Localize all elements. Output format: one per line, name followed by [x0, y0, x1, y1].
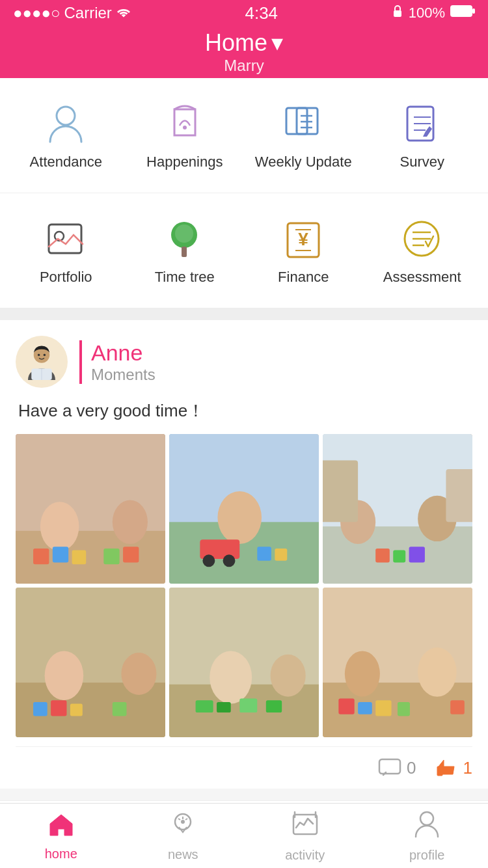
photo-6[interactable] [323, 588, 472, 737]
portfolio-icon [42, 215, 89, 262]
assessment-label: Assessment [383, 269, 461, 286]
news-icon [169, 810, 197, 843]
svg-rect-55 [323, 461, 358, 522]
svg-rect-37 [33, 549, 49, 564]
header-subtitle: Marry [224, 57, 264, 75]
svg-point-46 [202, 554, 215, 567]
weekly-update-icon [280, 100, 327, 147]
carrier-label: Carrier [64, 4, 111, 22]
menu-grid-row2: Portfolio Time tree ¥ Finance [0, 193, 488, 308]
svg-point-77 [345, 651, 380, 696]
svg-rect-71 [196, 700, 213, 712]
svg-point-29 [38, 354, 40, 357]
svg-rect-41 [123, 547, 139, 562]
like-action[interactable]: 1 [436, 757, 472, 778]
svg-point-3 [57, 107, 75, 125]
finance-icon: ¥ [280, 215, 327, 262]
menu-item-attendance[interactable]: Attendance [7, 91, 126, 180]
wifi-icon [116, 4, 131, 22]
svg-rect-17 [182, 247, 187, 257]
svg-rect-73 [239, 698, 257, 712]
menu-item-portfolio[interactable]: Portfolio [7, 206, 126, 295]
time-tree-label: Time tree [155, 269, 215, 286]
post-1-avatar [16, 336, 68, 388]
photo-2[interactable] [169, 434, 319, 584]
menu-item-assessment[interactable]: Assessment [363, 206, 482, 295]
svg-point-93 [181, 820, 185, 824]
weekly-update-label: Weekly Update [255, 154, 352, 170]
svg-rect-54 [446, 469, 472, 522]
signal-carrier: ●●●●○ Carrier [13, 4, 131, 22]
svg-line-96 [185, 819, 187, 820]
nav-item-activity[interactable]: activity [244, 804, 366, 868]
svg-point-30 [44, 354, 46, 357]
svg-point-35 [40, 502, 79, 551]
svg-rect-0 [394, 10, 401, 17]
nav-item-news[interactable]: news [122, 804, 245, 868]
time-tree-icon [161, 215, 208, 262]
survey-icon [399, 100, 446, 147]
signal-dots: ●●●●○ [13, 4, 60, 22]
post-1-type: Moments [91, 366, 156, 384]
profile-nav-label: profile [409, 848, 444, 863]
status-time: 4:34 [245, 3, 278, 23]
svg-rect-72 [217, 702, 231, 712]
menu-item-happenings[interactable]: Happenings [126, 91, 245, 180]
svg-rect-85 [437, 766, 442, 776]
svg-point-78 [418, 647, 457, 697]
happenings-label: Happenings [146, 154, 223, 170]
svg-point-62 [121, 653, 156, 695]
comment-count: 0 [407, 758, 416, 778]
home-icon [47, 811, 75, 843]
post-1-actions: 0 1 [16, 746, 472, 778]
svg-point-47 [223, 554, 236, 567]
happenings-icon [161, 100, 208, 147]
svg-rect-2 [472, 8, 475, 14]
dropdown-arrow-icon: ▾ [271, 29, 283, 57]
svg-rect-38 [53, 547, 68, 562]
battery-area: 100% [392, 4, 475, 22]
nav-item-home[interactable]: home [0, 804, 122, 868]
comment-action[interactable]: 0 [378, 758, 416, 778]
svg-rect-64 [51, 700, 66, 716]
battery-icon [450, 5, 475, 21]
post-1-header: Anne Moments [16, 336, 472, 388]
svg-rect-81 [375, 700, 391, 716]
menu-item-weekly-update[interactable]: Weekly Update [244, 91, 363, 180]
photo-1[interactable] [16, 434, 165, 584]
svg-point-44 [217, 491, 262, 544]
svg-rect-58 [409, 547, 425, 562]
status-bar: ●●●●○ Carrier 4:34 100% [0, 0, 488, 26]
photo-3[interactable] [323, 434, 472, 584]
svg-rect-79 [338, 698, 354, 714]
svg-rect-66 [113, 702, 127, 716]
svg-rect-1 [451, 6, 472, 16]
survey-label: Survey [400, 154, 444, 170]
feed: Anne Moments Have a very good time！ [0, 320, 488, 789]
home-nav-label: home [45, 847, 77, 861]
svg-point-18 [175, 224, 193, 243]
menu-item-survey[interactable]: Survey [363, 91, 482, 180]
svg-rect-56 [375, 549, 390, 563]
header: Home ▾ Marry [0, 26, 488, 78]
profile-icon [413, 809, 441, 844]
svg-point-36 [113, 500, 148, 544]
svg-point-69 [210, 651, 252, 703]
post-1-text: Have a very good time！ [16, 400, 472, 422]
svg-rect-74 [266, 700, 282, 712]
finance-label: Finance [278, 269, 329, 286]
svg-rect-57 [393, 550, 405, 563]
photo-5[interactable] [169, 588, 319, 737]
activity-nav-label: activity [285, 848, 325, 863]
menu-item-time-tree[interactable]: Time tree [126, 206, 245, 295]
header-title[interactable]: Home ▾ [205, 29, 283, 57]
news-nav-label: news [168, 847, 198, 862]
battery-percent: 100% [409, 5, 445, 21]
svg-rect-84 [379, 759, 400, 774]
menu-item-finance[interactable]: ¥ Finance [244, 206, 363, 295]
nav-item-profile[interactable]: profile [366, 804, 489, 868]
photo-4[interactable] [16, 588, 165, 737]
svg-rect-82 [398, 702, 410, 716]
svg-rect-63 [33, 702, 47, 716]
post-1-meta: Anne Moments [79, 340, 156, 384]
